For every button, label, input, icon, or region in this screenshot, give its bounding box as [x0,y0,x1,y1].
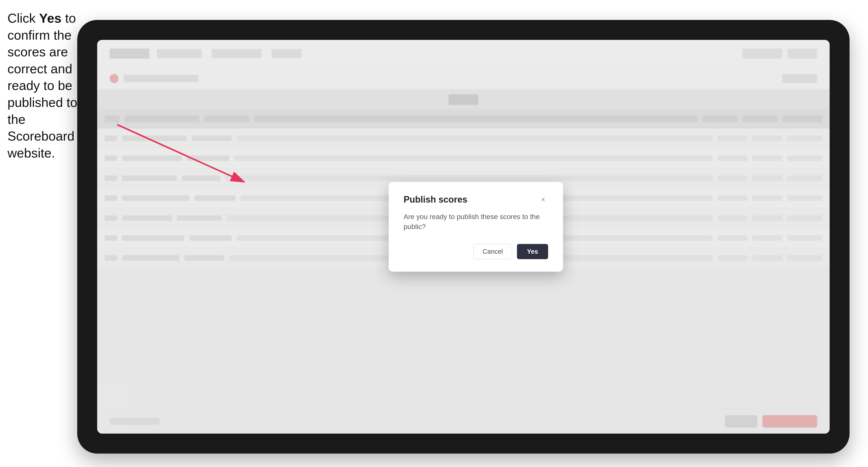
tablet-screen: Publish scores × Are you ready to publis… [97,40,830,434]
publish-scores-dialog: Publish scores × Are you ready to publis… [389,182,563,271]
tablet-device: Publish scores × Are you ready to publis… [77,20,849,454]
instruction-part1: Click [7,11,39,25]
instruction-text: Click Yes to confirm the scores are corr… [7,10,80,161]
yes-button[interactable]: Yes [517,244,548,259]
instruction-bold: Yes [39,11,62,25]
modal-overlay: Publish scores × Are you ready to publis… [97,40,830,434]
instruction-part2: to confirm the scores are correct and re… [7,11,77,160]
modal-close-button[interactable]: × [538,195,548,205]
modal-title: Publish scores [404,194,467,205]
modal-footer: Cancel Yes [404,244,548,259]
modal-header: Publish scores × [404,194,548,205]
modal-body: Are you ready to publish these scores to… [404,212,548,231]
cancel-button[interactable]: Cancel [473,244,512,259]
